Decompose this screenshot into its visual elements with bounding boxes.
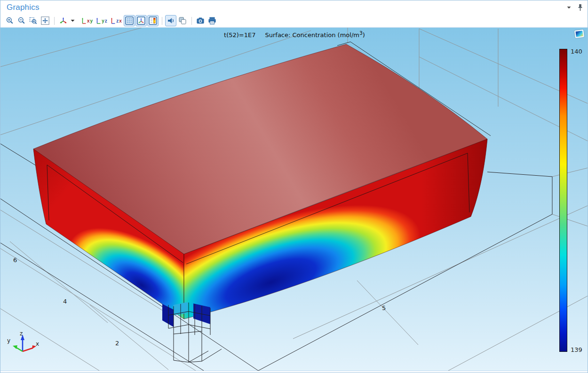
toolbar-separator xyxy=(191,17,192,25)
triad-y-label: y xyxy=(7,337,10,344)
scene-light-icon[interactable] xyxy=(165,15,176,26)
panel-menu-caret-icon[interactable] xyxy=(567,6,571,9)
plot-image-icon[interactable] xyxy=(574,30,584,38)
toolbar-separator xyxy=(54,17,55,25)
toolbar-separator xyxy=(162,17,162,25)
zoom-box-icon[interactable] xyxy=(28,15,39,26)
view-label: z xyxy=(116,18,119,23)
surface-expression-label: Surface: Concentration (mol/m3) xyxy=(265,31,365,39)
window-bottom-border xyxy=(0,371,588,373)
zoom-in-icon[interactable] xyxy=(4,15,16,26)
coordinate-triad xyxy=(13,334,36,351)
pin-icon[interactable] xyxy=(578,4,583,11)
panel-titlebar: Graphics xyxy=(0,0,588,15)
graphics-toolbar: xy yz zx xyxy=(0,15,588,27)
zoom-out-icon[interactable] xyxy=(16,15,27,26)
zoom-extents-icon[interactable] xyxy=(40,15,51,26)
image-snapshot-icon[interactable] xyxy=(195,15,206,26)
axis-tick-x-5: 5 xyxy=(382,304,386,311)
triad-z-label: z xyxy=(20,330,23,337)
color-legend-bar xyxy=(559,49,567,352)
axis-tick-y-6: 6 xyxy=(13,256,17,264)
view-label: y xyxy=(90,18,93,23)
go-to-zx-view-icon[interactable]: zx xyxy=(109,15,123,26)
view-label: x xyxy=(87,18,90,23)
axis-tick-y-4: 4 xyxy=(63,298,67,305)
panel-title: Graphics xyxy=(7,3,40,12)
go-to-yz-view-icon[interactable]: yz xyxy=(95,15,109,26)
graphics-canvas[interactable]: t(52)=1E7Surface: Concentration (mol/m3)… xyxy=(0,28,588,371)
print-icon[interactable] xyxy=(207,15,218,26)
time-step-label: t(52)=1E7 xyxy=(224,31,255,39)
show-axis-orientation-icon[interactable] xyxy=(135,15,147,26)
view-label: x xyxy=(119,18,122,23)
show-grid-icon[interactable] xyxy=(124,15,135,26)
show-legends-icon[interactable] xyxy=(147,15,159,26)
plot-title: t(52)=1E7Surface: Concentration (mol/m3) xyxy=(0,30,588,39)
go-to-xy-view-icon[interactable]: xy xyxy=(80,15,94,26)
view-dropdown-caret-icon[interactable] xyxy=(69,15,76,26)
graphics-window: Graphics xyxy=(0,0,588,373)
transparency-icon[interactable] xyxy=(177,15,188,26)
view-label: z xyxy=(105,18,107,23)
axis-tick-y-2: 2 xyxy=(115,340,119,347)
legend-max-value: 140 xyxy=(571,48,582,55)
default-3d-view-icon[interactable] xyxy=(57,15,69,26)
view-label: y xyxy=(102,18,104,23)
triad-x-label: x xyxy=(36,341,39,347)
legend-min-value: 139 xyxy=(571,346,582,353)
scene-3d xyxy=(0,28,588,371)
